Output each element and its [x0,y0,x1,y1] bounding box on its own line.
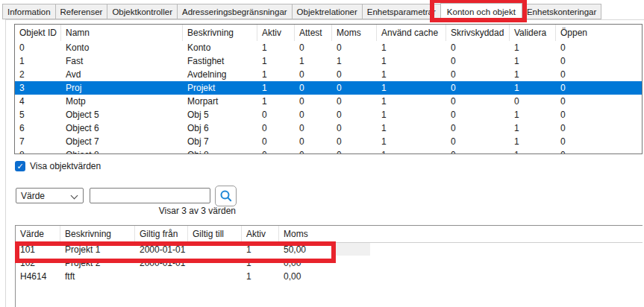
cell: 0 [556,108,598,121]
cell: 2000-01-01 [135,256,188,270]
cell: 0 [257,135,295,148]
column-header-objekt-id[interactable]: Objekt ID [15,25,61,41]
column-header-beskrivning[interactable]: Beskrivning [60,226,135,242]
checkbox-icon[interactable]: ✓ [15,161,25,171]
cell: 0 [556,95,598,108]
column-header-anv-nd-cache[interactable]: Använd cache [377,25,446,41]
column-header-validera[interactable]: Validera [510,25,556,41]
table-row[interactable]: 6Object 6Obj 60001010 [15,121,642,135]
cell: 0 [556,135,598,148]
cell: Obj 8 [183,148,257,154]
column-header-namn[interactable]: Namn [61,25,183,41]
table-row[interactable]: 101Projekt 12000-01-01150,00 [16,243,643,256]
table-row[interactable]: 3ProjProjekt1001010 [15,81,642,95]
cell: 0,00 [279,270,369,283]
table-row[interactable]: 7Object 7Obj 70001010 [15,135,642,148]
column-header-giltig-fr-n[interactable]: Giltig från [135,226,188,242]
column-header--ppen[interactable]: Öppen [556,25,598,41]
cell: 1 [377,148,446,154]
table-row[interactable]: 8Object 8Obj 80001010 [15,148,642,154]
cell: Projekt [183,81,257,95]
cell: 0 [510,95,556,108]
cell: 1 [377,54,446,68]
column-header-moms[interactable]: Moms [279,226,369,242]
tab-konton-och-objekt[interactable]: Konton och objekt [440,3,522,20]
cell: 1 [242,270,279,283]
cell: 1 [510,68,556,81]
cell: 1 [377,121,446,135]
column-header-attest[interactable]: Attest [295,25,332,41]
panel-top-border [5,19,644,20]
column-header-aktiv[interactable]: Aktiv [242,226,279,242]
column-header-v-rde[interactable]: Värde [16,226,60,242]
table-row[interactable]: H4614ftft10,00 [16,270,643,283]
column-header-skrivskyddad[interactable]: Skrivskyddad [446,25,510,41]
cell: 7 [15,135,61,148]
cell: 1 [377,81,446,95]
cell: 1 [257,68,295,81]
cell [135,270,188,283]
tab-objektrelationer[interactable]: Objektrelationer [292,4,363,19]
table-row[interactable]: 1FastFastighet1111010 [15,54,642,68]
table-header: Objekt IDNamnBeskrivningAktivAttestMomsA… [15,25,642,41]
table-row[interactable]: 5Object 5Obj 50001010 [15,108,642,121]
cell: 0 [446,148,510,154]
tab-enhetsparametrar[interactable]: Enhetsparametrar [362,4,441,19]
table-row[interactable]: 0KontoKonto1001010 [15,41,642,54]
cell: Morpart [183,95,257,108]
cell: 3 [15,81,61,95]
filter-field-dropdown[interactable]: Värde [16,188,84,203]
cell [188,270,242,283]
cell: 1 [510,41,556,54]
tab-adresseringsbegr-nsningar[interactable]: Adresseringsbegränsningar [177,4,293,19]
cell: 1 [242,243,279,256]
table-row[interactable]: 2AvdAvdelning1001010 [15,68,642,81]
cell: 0 [332,68,377,81]
cell: 0 [556,54,598,68]
cell: 5 [15,108,61,121]
cell: 0 [556,148,598,154]
annotation-red-box-tab [430,0,527,22]
cell: 0 [332,148,377,154]
tab-bar: InformationReferenserObjektkontrollerAdr… [3,1,601,19]
table-header: VärdeBeskrivningGiltig frånGiltig tillAk… [16,226,643,243]
cell [188,243,242,256]
cell: Konto [61,41,183,54]
cell: 1 [332,54,377,68]
column-header-moms[interactable]: Moms [332,25,377,41]
cell: 2 [15,68,61,81]
cell: ftft [60,270,135,283]
tab-referenser[interactable]: Referenser [55,4,108,19]
tab-objektkontroller[interactable]: Objektkontroller [107,4,178,19]
search-button[interactable] [215,186,237,206]
column-header-giltig-till[interactable]: Giltig till [188,226,242,242]
column-header-beskrivning[interactable]: Beskrivning [183,25,257,41]
cell: 1 [377,108,446,121]
cell: 1 [510,148,556,154]
cell: 102 [16,256,60,270]
table-row[interactable]: 4MotpMorpart1001000 [15,95,642,108]
table-row[interactable]: 102Projekt 22000-01-0110,00 [16,256,643,270]
cell: Fastighet [183,54,257,68]
tab-information[interactable]: Information [2,4,56,19]
cell: 6 [15,121,61,135]
cell: 0 [257,121,295,135]
cell: 0 [446,54,510,68]
cell: 1 [510,81,556,95]
cell: 0 [295,68,332,81]
chevron-down-icon [71,192,78,200]
column-header-aktiv[interactable]: Aktiv [257,25,295,41]
cell: 1 [257,41,295,54]
cell: 101 [16,243,60,256]
cell: 0 [556,68,598,81]
cell: 0 [332,108,377,121]
cell: 1 [510,121,556,135]
cell: Avd [61,68,183,81]
search-input[interactable] [90,188,210,203]
cell: 1 [257,54,295,68]
cell: 0 [332,81,377,95]
tab-enhetskonteringar[interactable]: Enhetskonteringar [522,4,601,19]
cell: 0 [295,108,332,121]
cell: 4 [15,95,61,108]
cell [188,256,242,270]
